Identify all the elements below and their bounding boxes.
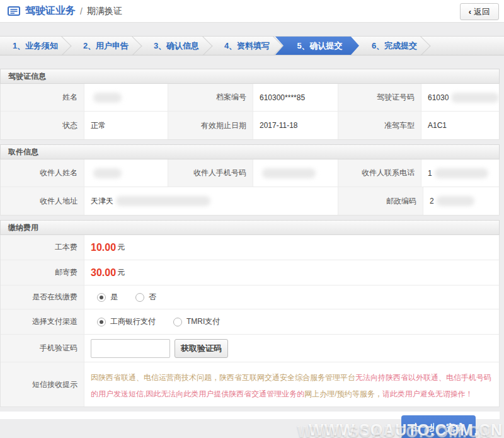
license-no-label: 驾驶证号码 xyxy=(338,84,421,111)
top-bar: 驾驶证业务 / 期满换证 ‹ 返回 xyxy=(0,0,504,23)
finish-button[interactable]: 完成 xyxy=(434,415,476,438)
table-row: 收件人姓名 收件人手机号码 收件人联系电话 1 xyxy=(1,159,499,187)
table-row: 是否在线缴费 是 否 xyxy=(1,285,499,309)
postcode-value: 2 xyxy=(423,187,499,215)
main-content: 驾驶证信息 姓名 档案编号 610300****85 驾驶证号码 61030 状… xyxy=(0,69,504,419)
production-fee-value: 10.00 元 xyxy=(84,235,499,260)
recipient-mobile-label: 收件人手机号码 xyxy=(168,159,253,187)
section-fees: 缴纳费用 工本费 10.00 元 邮寄费 30.00 元 是否在线缴费 xyxy=(0,220,500,407)
table-row: 手机验证码 获取验证码 xyxy=(1,335,499,362)
postage-fee-value: 30.00 元 xyxy=(84,260,499,285)
channel-icbc-option[interactable]: 工商银行支付 xyxy=(97,316,156,327)
masked-recipient-phone xyxy=(435,168,488,178)
file-no-value: 610300****85 xyxy=(253,84,338,111)
postcode-label: 邮政编码 xyxy=(338,187,423,215)
recipient-mobile-value xyxy=(253,159,338,187)
step-6-finish-submit[interactable]: 6、完成提交 xyxy=(359,37,430,55)
sms-code-input[interactable] xyxy=(91,339,170,358)
vehicle-class-value: A1C1 xyxy=(421,112,499,139)
expiry-value: 2017-11-18 xyxy=(253,112,338,139)
postage-fee-label: 邮寄费 xyxy=(1,260,84,285)
table-row: 姓名 档案编号 610300****85 驾驶证号码 61030 xyxy=(1,84,499,112)
step-5-confirm-submit[interactable]: 5、确认提交 xyxy=(275,37,359,55)
name-value xyxy=(84,84,168,111)
channel-tmri-option[interactable]: TMRI支付 xyxy=(173,316,220,327)
online-pay-label: 是否在线缴费 xyxy=(1,285,84,309)
section-title: 缴纳费用 xyxy=(0,220,500,235)
license-no-value: 61030 xyxy=(421,84,499,111)
step-2-declaration[interactable]: 2、用户申告 xyxy=(71,37,141,55)
masked-name xyxy=(93,93,122,103)
file-no-label: 档案编号 xyxy=(168,84,253,111)
recipient-phone-label: 收件人联系电话 xyxy=(338,159,421,187)
masked-recipient-name xyxy=(93,168,122,178)
online-pay-yes-option[interactable]: 是 xyxy=(97,292,118,303)
masked-recipient-mobile xyxy=(262,168,316,178)
section-title: 取件信息 xyxy=(0,144,500,159)
fee-unit: 元 xyxy=(117,242,125,253)
online-pay-no-radio[interactable] xyxy=(135,293,144,302)
pay-channel-label: 选择支付渠道 xyxy=(1,309,84,334)
status-value: 正常 xyxy=(84,112,168,139)
back-button-label: 返回 xyxy=(474,6,490,18)
online-pay-yes-radio[interactable] xyxy=(97,293,106,302)
table-row: 工本费 10.00 元 xyxy=(1,235,499,260)
recipient-name-value xyxy=(84,159,168,187)
step-4-fill-data[interactable]: 4、资料填写 xyxy=(212,37,282,55)
get-code-button[interactable]: 获取验证码 xyxy=(175,339,228,358)
table-row: 选择支付渠道 工商银行支付 TMRI支付 xyxy=(1,309,499,335)
section-license-info: 驾驶证信息 姓名 档案编号 610300****85 驾驶证号码 61030 状… xyxy=(0,69,500,140)
table-row: 邮寄费 30.00 元 xyxy=(1,260,499,285)
masked-address xyxy=(116,196,210,206)
sms-tip-label: 短信接收提示 xyxy=(1,362,84,406)
sms-tip-text: 因陕西省联通、电信运营商技术问题，陕西省互联网交通安全综合服务管理平台无法向持陕… xyxy=(84,362,499,406)
sms-code-label: 手机验证码 xyxy=(1,335,84,362)
steps-bar-filler xyxy=(430,37,504,55)
recipient-name-label: 收件人姓名 xyxy=(1,159,84,187)
table-row: 收件人地址 天津天 邮政编码 2 xyxy=(1,187,499,215)
breadcrumb-separator: / xyxy=(80,6,83,16)
fee-unit: 元 xyxy=(117,267,125,278)
expiry-label: 有效期止日期 xyxy=(168,112,253,139)
page-title: 驾驶证业务 xyxy=(25,4,76,18)
masked-license-no xyxy=(451,93,499,103)
address-value: 天津天 xyxy=(84,187,338,215)
pay-channel-options: 工商银行支付 TMRI支付 xyxy=(84,309,499,334)
table-row: 短信接收提示 因陕西省联通、电信运营商技术问题，陕西省互联网交通安全综合服务管理… xyxy=(1,362,499,406)
online-pay-no-option[interactable]: 否 xyxy=(135,292,156,303)
steps-bar: 1、业务须知 2、用户申告 3、确认信息 4、资料填写 5、确认提交 6、完成提… xyxy=(0,36,504,55)
license-form-icon xyxy=(8,6,20,16)
channel-tmri-radio[interactable] xyxy=(173,318,182,326)
channel-icbc-radio[interactable] xyxy=(97,318,106,326)
online-pay-options: 是 否 xyxy=(84,285,499,309)
status-label: 状态 xyxy=(1,112,84,139)
step-1-notice[interactable]: 1、业务须知 xyxy=(0,37,71,55)
sms-code-field: 获取验证码 xyxy=(84,335,499,362)
back-button[interactable]: ‹ 返回 xyxy=(460,3,499,20)
recipient-phone-value: 1 xyxy=(421,159,499,187)
masked-postcode xyxy=(437,196,474,206)
breadcrumb-current: 期满换证 xyxy=(87,6,122,17)
name-label: 姓名 xyxy=(1,84,84,111)
address-label: 收件人地址 xyxy=(1,187,84,215)
table-row: 状态 正常 有效期止日期 2017-11-18 准驾车型 A1C1 xyxy=(1,112,499,139)
section-pickup-info: 取件信息 收件人姓名 收件人手机号码 收件人联系电话 1 收件人地址 天津天 xyxy=(0,144,500,216)
vehicle-class-label: 准驾车型 xyxy=(338,112,421,139)
section-title: 驾驶证信息 xyxy=(0,69,500,84)
back-chevron-icon: ‹ xyxy=(469,7,471,16)
step-3-confirm-info[interactable]: 3、确认信息 xyxy=(141,37,212,55)
production-fee-label: 工本费 xyxy=(1,235,84,260)
